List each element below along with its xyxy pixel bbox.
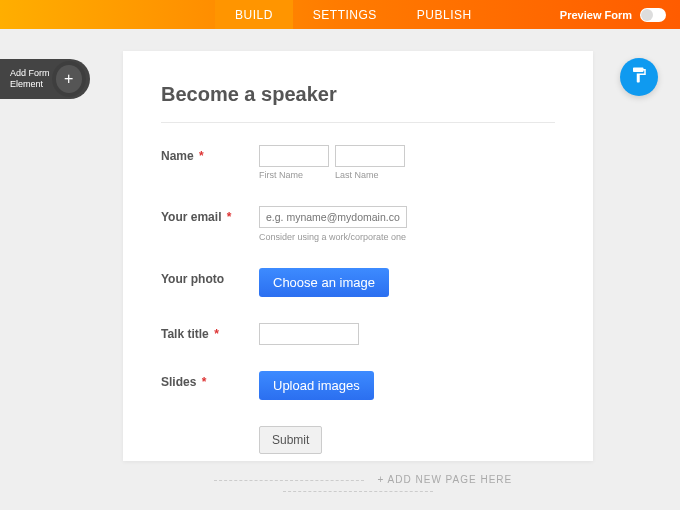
photo-label: Your photo <box>161 268 259 297</box>
field-submit: Submit <box>161 426 555 454</box>
name-label: Name * <box>161 145 259 180</box>
form-designer-button[interactable] <box>620 58 658 96</box>
paint-roller-icon <box>630 66 648 88</box>
field-talk-title: Talk title * <box>161 323 555 345</box>
add-form-element-button[interactable]: Add Form Element + <box>0 59 90 99</box>
email-label-text: Your email <box>161 210 221 224</box>
tabs: BUILD SETTINGS PUBLISH <box>215 0 492 29</box>
talk-title-label: Talk title * <box>161 323 259 345</box>
field-email: Your email * Consider using a work/corpo… <box>161 206 555 242</box>
slides-label: Slides * <box>161 371 259 400</box>
submit-spacer <box>161 426 259 454</box>
email-input[interactable] <box>259 206 407 228</box>
add-page-label: + ADD NEW PAGE HERE <box>378 474 513 485</box>
divider <box>161 122 555 123</box>
field-name: Name * First Name Last Name <box>161 145 555 180</box>
tab-build[interactable]: BUILD <box>215 0 293 29</box>
topbar: BUILD SETTINGS PUBLISH Preview Form <box>0 0 680 29</box>
required-mark: * <box>227 210 232 224</box>
topbar-spacer-left <box>0 0 215 29</box>
talk-title-input[interactable] <box>259 323 359 345</box>
preview-form-control: Preview Form <box>560 0 680 29</box>
tab-settings[interactable]: SETTINGS <box>293 0 397 29</box>
field-photo: Your photo Choose an image <box>161 268 555 297</box>
upload-images-button[interactable]: Upload images <box>259 371 374 400</box>
talk-label-text: Talk title <box>161 327 209 341</box>
first-name-sublabel: First Name <box>259 170 329 180</box>
required-mark: * <box>202 375 207 389</box>
form-title: Become a speaker <box>161 83 555 106</box>
submit-button[interactable]: Submit <box>259 426 322 454</box>
preview-toggle[interactable] <box>640 8 666 22</box>
add-form-element-label: Add Form Element <box>10 68 52 90</box>
plus-icon: + <box>56 65 82 93</box>
name-label-text: Name <box>161 149 194 163</box>
choose-image-button[interactable]: Choose an image <box>259 268 389 297</box>
email-hint: Consider using a work/corporate one <box>259 232 555 242</box>
form-canvas: Become a speaker Name * First Name Last … <box>123 51 593 461</box>
add-new-page-button[interactable]: + ADD NEW PAGE HERE <box>123 474 593 496</box>
email-label: Your email * <box>161 206 259 242</box>
required-mark: * <box>214 327 219 341</box>
tab-publish[interactable]: PUBLISH <box>397 0 492 29</box>
preview-label: Preview Form <box>560 9 632 21</box>
topbar-spacer <box>492 0 560 29</box>
required-mark: * <box>199 149 204 163</box>
last-name-input[interactable] <box>335 145 405 167</box>
last-name-sublabel: Last Name <box>335 170 405 180</box>
slides-label-text: Slides <box>161 375 196 389</box>
field-slides: Slides * Upload images <box>161 371 555 400</box>
first-name-input[interactable] <box>259 145 329 167</box>
